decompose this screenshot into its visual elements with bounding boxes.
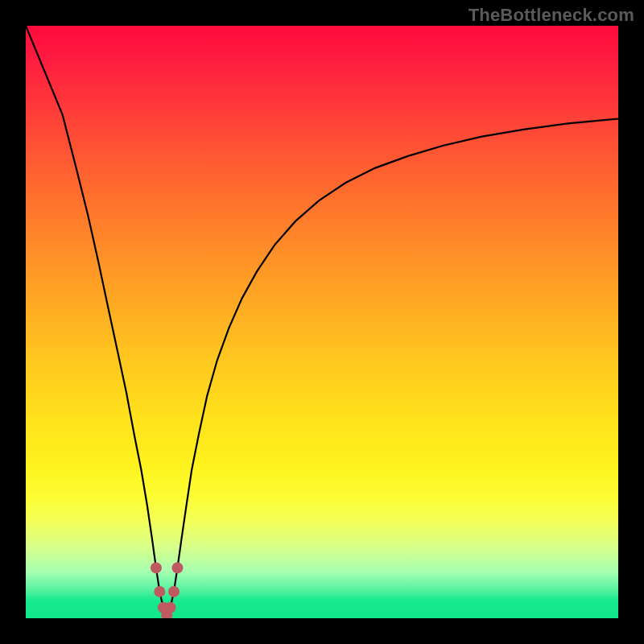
optimal-region-markers	[151, 562, 184, 618]
optimal-marker	[171, 562, 183, 573]
chart-frame: TheBottleneck.com	[0, 0, 644, 644]
optimal-marker	[151, 562, 162, 573]
plot-area	[26, 26, 618, 618]
optimal-marker	[165, 602, 176, 613]
optimal-marker	[168, 586, 180, 597]
chart-svg	[26, 26, 618, 618]
optimal-marker	[154, 586, 165, 597]
bottleneck-curve	[26, 26, 618, 615]
watermark-text: TheBottleneck.com	[469, 5, 634, 26]
